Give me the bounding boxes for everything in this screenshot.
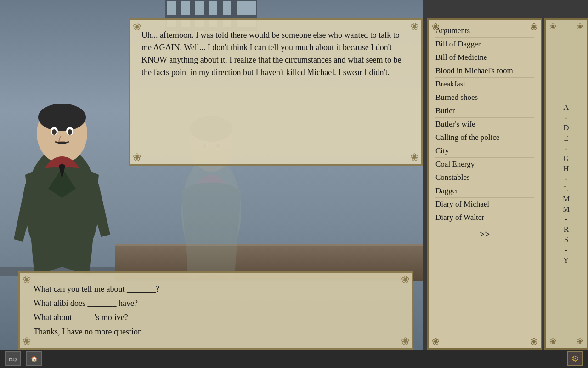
- topics-corner-tl: ❀: [427, 18, 445, 36]
- questions-list: What can you tell me about _______?What …: [34, 282, 398, 339]
- index-corner-tl: ❀: [543, 17, 562, 36]
- index-corner-br: ❀: [571, 332, 588, 351]
- settings-button[interactable]: ⚙: [567, 351, 583, 366]
- question-corner-br: ❀: [396, 332, 414, 351]
- map-label: map: [9, 356, 17, 362]
- dialog-panel: ❀ ❀ ❀ ❀ Uh... afternoon. I was told ther…: [129, 18, 423, 166]
- topics-corner-bl: ❀: [427, 332, 445, 350]
- topic-item-t7[interactable]: Butler: [435, 104, 534, 118]
- svg-point-6: [68, 129, 72, 135]
- corner-decoration-tl: ❀: [128, 17, 146, 36]
- topic-item-t14[interactable]: Diary of Michael: [435, 198, 534, 211]
- topic-item-t4[interactable]: Blood in Michael's room: [435, 64, 534, 78]
- topic-item-t13[interactable]: Dagger: [435, 184, 534, 198]
- topic-item-t12[interactable]: Constables: [435, 171, 534, 184]
- question-item-q2[interactable]: What alibi does _______ have?: [34, 296, 398, 310]
- topics-corner-tr: ❀: [525, 18, 542, 36]
- question-corner-tl: ❀: [17, 270, 36, 289]
- index-item-m[interactable]: M: [563, 194, 570, 204]
- question-corner-tr: ❀: [396, 270, 414, 289]
- home-button[interactable]: 🏠: [26, 351, 42, 366]
- gear-icon: ⚙: [571, 354, 579, 364]
- question-item-q4[interactable]: Thanks, I have no more question.: [34, 325, 398, 339]
- topics-list: ArgumentsBill of DaggerBill of MedicineB…: [435, 24, 534, 224]
- index-item-a-d[interactable]: A - D: [563, 103, 570, 133]
- topic-item-t3[interactable]: Bill of Medicine: [435, 51, 534, 64]
- index-item-m-r[interactable]: M - R: [563, 204, 570, 235]
- index-list: A - DE - GH - LMM - RS - Y: [563, 103, 570, 265]
- topic-item-t10[interactable]: City: [435, 144, 534, 158]
- index-item-h-l[interactable]: H - L: [563, 164, 570, 194]
- dialog-text: Uh... afternoon. I was told there would …: [141, 29, 410, 79]
- corner-decoration-bl: ❀: [128, 148, 146, 167]
- topics-panel: ❀ ❀ ❀ ❀ ArgumentsBill of DaggerBill of M…: [427, 18, 542, 350]
- question-item-q1[interactable]: What can you tell me about _______?: [34, 282, 398, 296]
- svg-point-5: [52, 129, 57, 135]
- question-item-q3[interactable]: What about _____'s motive?: [34, 310, 398, 325]
- svg-point-2: [38, 104, 86, 131]
- topic-item-t1[interactable]: Arguments: [435, 24, 534, 38]
- index-panel: ❀ ❀ ❀ ❀ A - DE - GH - LMM - RS - Y: [544, 18, 588, 350]
- topics-next-button[interactable]: >>: [435, 229, 534, 240]
- index-corner-bl: ❀: [543, 332, 562, 351]
- question-corner-bl: ❀: [17, 332, 36, 351]
- topic-item-t9[interactable]: Calling of the police: [435, 131, 534, 144]
- topic-item-t15[interactable]: Diary of Walter: [435, 211, 534, 224]
- detective-character: [9, 92, 115, 285]
- topic-item-t2[interactable]: Bill of Dagger: [435, 38, 534, 51]
- topic-item-t6[interactable]: Burned shoes: [435, 91, 534, 104]
- corner-decoration-br: ❀: [405, 148, 424, 167]
- index-item-s-y[interactable]: S - Y: [563, 235, 570, 265]
- topic-item-t11[interactable]: Coal Energy: [435, 158, 534, 171]
- topic-item-t5[interactable]: Breakfast: [435, 78, 534, 91]
- index-corner-tr: ❀: [571, 17, 588, 36]
- home-icon: 🏠: [31, 356, 38, 362]
- corner-decoration-tr: ❀: [405, 17, 424, 36]
- topic-item-t8[interactable]: Butler's wife: [435, 118, 534, 131]
- map-button[interactable]: map: [5, 351, 21, 366]
- toolbar: map 🏠 ⚙: [0, 350, 588, 368]
- question-panel: ❀ ❀ ❀ ❀ What can you tell me about _____…: [18, 271, 413, 350]
- index-item-e-g[interactable]: E - G: [563, 133, 570, 164]
- topics-corner-br: ❀: [525, 332, 542, 350]
